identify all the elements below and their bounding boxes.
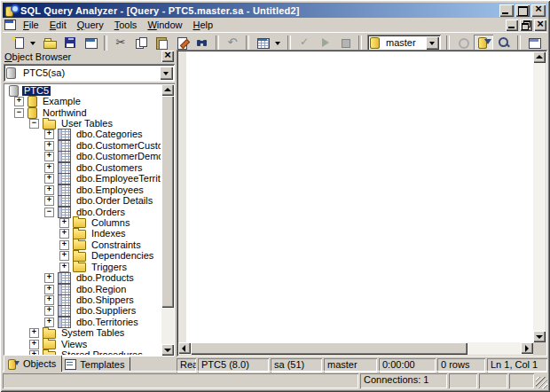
maximize-icon[interactable]	[515, 4, 530, 17]
expand-icon[interactable]: +	[44, 163, 54, 173]
save-button[interactable]	[60, 35, 80, 51]
insert-template-button[interactable]	[81, 35, 100, 51]
scroll-right-icon[interactable]	[521, 342, 533, 354]
expand-icon[interactable]: +	[44, 295, 54, 305]
tree-item[interactable]: PTC5	[5, 85, 161, 96]
toolbar-dropdown-arrow-icon[interactable]	[28, 35, 39, 51]
expand-icon[interactable]: +	[44, 196, 54, 206]
show-results-pane-button[interactable]	[545, 35, 550, 51]
tree-item[interactable]: −Northwind	[5, 107, 161, 118]
expand-icon[interactable]: +	[44, 129, 54, 139]
tab-templates[interactable]: Templates	[60, 357, 130, 372]
expand-icon[interactable]: +	[44, 141, 54, 151]
resize-grip[interactable]	[536, 377, 547, 388]
expand-icon[interactable]: +	[59, 263, 69, 272]
collapse-icon[interactable]: −	[14, 108, 24, 118]
editor-horizontal-scrollbar[interactable]	[178, 342, 533, 355]
minimize-icon[interactable]	[499, 4, 514, 17]
tree-item[interactable]: +dbo.CustomerDemographics	[5, 152, 161, 162]
expand-icon[interactable]: +	[44, 285, 54, 294]
scroll-up-icon[interactable]	[161, 84, 174, 96]
menu-tools[interactable]: Tools	[109, 19, 143, 31]
object-browser-close-icon[interactable]	[161, 51, 174, 62]
expand-icon[interactable]: +	[44, 152, 54, 161]
close-icon[interactable]	[531, 4, 546, 17]
expand-icon[interactable]: +	[59, 251, 69, 261]
database-combo[interactable]: master	[367, 35, 441, 51]
open-file-button[interactable]	[40, 35, 59, 51]
tree-item[interactable]: +dbo.Territories	[5, 317, 161, 327]
expand-icon[interactable]: +	[44, 318, 54, 327]
connection-properties-button[interactable]	[524, 35, 544, 51]
expand-icon[interactable]: +	[59, 229, 69, 239]
cut-button[interactable]	[111, 35, 130, 51]
expand-icon[interactable]: +	[44, 306, 54, 316]
scrollbar-track[interactable]	[468, 342, 521, 355]
scrollbar-thumb[interactable]	[161, 96, 174, 308]
tree-item[interactable]: +Views	[5, 339, 161, 349]
tree-item[interactable]: +Columns	[5, 217, 161, 228]
clear-window-button[interactable]	[172, 35, 192, 51]
copy-button[interactable]	[131, 35, 151, 51]
connection-combo[interactable]: PTC5(sa)	[4, 64, 175, 82]
menu-edit[interactable]: Edit	[44, 19, 72, 31]
menu-window[interactable]: Window	[142, 19, 187, 31]
undo-button[interactable]	[223, 35, 242, 51]
editor-vertical-scrollbar[interactable]	[533, 51, 546, 342]
tree-item[interactable]: +dbo.EmployeeTerritories	[5, 174, 161, 184]
collapse-icon[interactable]: −	[29, 119, 39, 129]
expand-icon[interactable]: +	[14, 97, 24, 106]
expand-icon[interactable]: +	[29, 328, 39, 338]
scroll-down-icon[interactable]	[161, 344, 174, 356]
tree-item[interactable]: −dbo.Orders	[5, 207, 161, 217]
new-query-button[interactable]	[8, 35, 28, 51]
tree-scrollbar[interactable]	[161, 84, 174, 356]
query-editor[interactable]	[178, 51, 533, 342]
title-bar[interactable]: SQL Query Analyzer - [Query - PTC5.maste…	[3, 3, 547, 18]
tree-item[interactable]: +Example	[5, 96, 161, 106]
menu-help[interactable]: Help	[188, 19, 219, 31]
database-combo-dropdown-icon[interactable]	[426, 36, 439, 50]
mdi-child-icon[interactable]	[4, 20, 16, 30]
tab-objects[interactable]: Objects	[4, 355, 62, 372]
scrollbar-thumb[interactable]	[191, 342, 468, 355]
object-search-button[interactable]	[494, 35, 514, 51]
scroll-up-icon[interactable]	[533, 51, 546, 63]
expand-icon[interactable]: +	[44, 185, 54, 195]
find-button[interactable]	[192, 35, 212, 51]
mdi-restore-icon[interactable]	[520, 20, 532, 31]
scroll-left-icon[interactable]	[178, 342, 191, 354]
expand-icon[interactable]: +	[44, 174, 54, 184]
cancel-query-button[interactable]	[335, 35, 355, 51]
tree-item[interactable]: +dbo.Customers	[5, 162, 161, 173]
refresh-button[interactable]	[453, 35, 473, 51]
tree-item[interactable]: +dbo.Products	[5, 272, 161, 283]
tree-item[interactable]: +Indexes	[5, 229, 161, 239]
tree-item[interactable]: +dbo.Categories	[5, 129, 161, 140]
tree-item[interactable]: −User Tables	[5, 118, 161, 129]
scrollbar-track[interactable]	[161, 308, 174, 344]
toolbar-dropdown-arrow-icon[interactable]	[273, 35, 284, 51]
object-browser-button[interactable]	[474, 35, 493, 51]
expand-icon[interactable]: +	[29, 340, 39, 349]
tree-item[interactable]: +dbo.CustomerCustomerDemo	[5, 140, 161, 151]
collapse-icon[interactable]: −	[44, 208, 54, 217]
tree-item[interactable]: +Dependencies	[5, 251, 161, 262]
tree-item[interactable]: +Constraints	[5, 239, 161, 250]
expand-icon[interactable]: +	[44, 273, 54, 283]
menu-file[interactable]: File	[18, 19, 44, 31]
tree-item[interactable]: +dbo.Shippers	[5, 294, 161, 305]
mdi-close-icon[interactable]	[534, 20, 546, 31]
execute-mode-button[interactable]	[253, 35, 272, 51]
expand-icon[interactable]: +	[59, 240, 69, 250]
tree-item[interactable]: +dbo.Suppliers	[5, 306, 161, 317]
tree-item[interactable]: +dbo.Order Details	[5, 195, 161, 206]
expand-icon[interactable]: +	[59, 218, 69, 228]
tree-item[interactable]: +System Tables	[5, 328, 161, 339]
tree-item[interactable]: +dbo.Employees	[5, 184, 161, 195]
execute-query-button[interactable]	[315, 35, 334, 51]
scroll-down-icon[interactable]	[533, 331, 546, 342]
parse-query-button[interactable]	[295, 35, 314, 51]
tree-item[interactable]: +dbo.Region	[5, 284, 161, 294]
connection-combo-dropdown-icon[interactable]	[160, 67, 173, 80]
